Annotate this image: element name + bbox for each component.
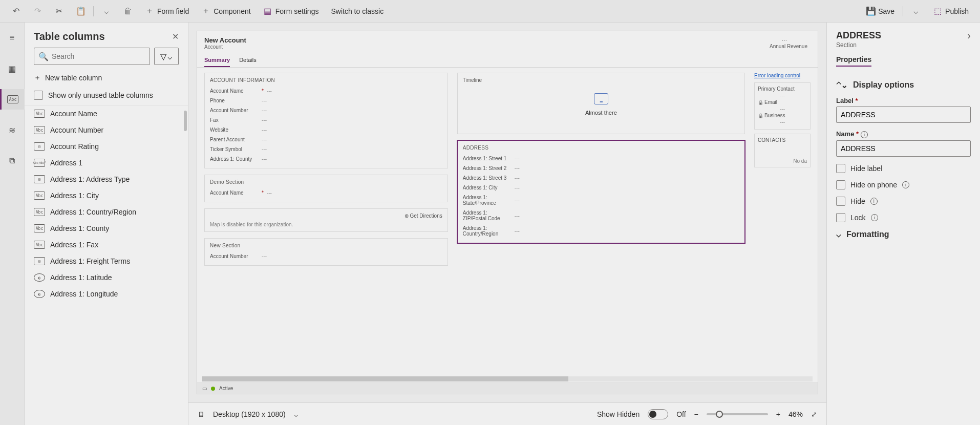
collapse-panel-button[interactable]	[967, 30, 971, 41]
cut-button[interactable]: ✂	[48, 0, 70, 23]
undo-button[interactable]: ↶	[5, 0, 27, 23]
list-item[interactable]: AbcAddress 1: Country/Region	[25, 204, 188, 220]
name-input[interactable]	[836, 140, 971, 157]
section-account-information[interactable]: ACCOUNT INFORMATION Account Name*--- Pho…	[204, 73, 448, 168]
formatting-header[interactable]: ⌵ Formatting	[836, 229, 971, 239]
list-item[interactable]: AbcAccount Name	[25, 105, 188, 122]
rail-columns[interactable]: Abc	[0, 89, 25, 110]
checkbox-icon[interactable]	[836, 197, 845, 206]
zoom-out-button[interactable]: −	[694, 410, 698, 418]
form-field[interactable]: Account Name*---	[210, 86, 442, 96]
rail-components[interactable]: ▦	[0, 58, 25, 79]
list-item[interactable]: Abc/defAddress 1	[25, 155, 188, 171]
new-table-column-button[interactable]: ＋ New table column	[25, 70, 188, 86]
section-map[interactable]: ⊕ Get Directions Map is disabled for thi…	[204, 208, 448, 232]
timeline-icon	[594, 93, 608, 104]
form-settings-button[interactable]: ▤Form settings	[257, 0, 325, 23]
primary-contact-card[interactable]: Primary Contact --- Email --- Business -…	[754, 82, 811, 130]
label-input[interactable]	[836, 107, 971, 123]
info-icon[interactable]: i	[902, 181, 909, 188]
checkbox-icon[interactable]	[836, 213, 845, 222]
list-item[interactable]: AbcAddress 1: Fax	[25, 237, 188, 253]
form-field[interactable]: Ticker Symbol---	[210, 144, 442, 154]
canvas-hscroll[interactable]	[202, 376, 813, 381]
close-panel-button[interactable]: ✕	[172, 32, 179, 41]
info-icon[interactable]: i	[861, 131, 868, 138]
section-new[interactable]: New Section Account Number---	[204, 238, 448, 266]
checkbox-icon[interactable]	[836, 180, 845, 189]
form-field[interactable]: Address 1: City---	[463, 183, 739, 193]
list-item[interactable]: ⊟Address 1: Address Type	[25, 171, 188, 187]
hide-checkbox[interactable]: Hidei	[836, 197, 971, 206]
header-ellipsis[interactable]: ···	[782, 36, 787, 44]
section-timeline[interactable]: Timeline Almost there	[457, 73, 745, 134]
list-item[interactable]: ◐Address 1: Latitude	[25, 269, 188, 286]
info-icon[interactable]: i	[870, 198, 878, 205]
paste-dropdown[interactable]	[96, 0, 117, 23]
rail-tree[interactable]: ⧉	[0, 151, 25, 171]
section-address[interactable]: ADDRESS Address 1: Street 1--- Address 1…	[457, 140, 745, 243]
zoom-value: 46%	[789, 410, 803, 418]
section-demo[interactable]: Demo Section Account Name*---	[204, 175, 448, 202]
list-item[interactable]: ⊟Address 1: Freight Terms	[25, 253, 188, 269]
form-field[interactable]: Address 1: Street 2---	[463, 163, 739, 173]
redo-button[interactable]: ↷	[27, 0, 48, 23]
viewport-selector[interactable]: Desktop (1920 x 1080)	[213, 410, 286, 418]
save-button[interactable]: 💾Save	[860, 0, 901, 23]
hide-on-phone-checkbox[interactable]: Hide on phonei	[836, 180, 971, 189]
zoom-slider[interactable]	[707, 413, 768, 415]
zoom-in-button[interactable]: +	[776, 410, 780, 418]
form-surface[interactable]: New Account Account ··· Annual Revenue S…	[197, 31, 818, 394]
component-button[interactable]: ＋Component	[195, 0, 257, 23]
form-field[interactable]: Address 1: Country/Region---	[463, 223, 739, 239]
rail-hamburger[interactable]: ≡	[0, 28, 25, 48]
form-field[interactable]: Account Number---	[210, 251, 442, 261]
form-field[interactable]: Phone---	[210, 96, 442, 105]
form-field[interactable]: Address 1: Street 3---	[463, 173, 739, 183]
delete-button[interactable]: 🗑	[117, 0, 139, 23]
list-item[interactable]: AbcAddress 1: City	[25, 187, 188, 204]
contacts-card[interactable]: CONTACTS No da	[754, 134, 811, 167]
save-dropdown[interactable]	[905, 0, 927, 23]
chevron-down-icon[interactable]	[294, 410, 298, 418]
error-loading-link[interactable]: Error loading control	[754, 73, 811, 78]
item-label: Account Number	[50, 126, 103, 134]
form-field[interactable]: Website---	[210, 125, 442, 135]
lock-checkbox[interactable]: Locki	[836, 213, 971, 222]
switch-classic-button[interactable]: Switch to classic	[325, 0, 390, 23]
checkbox-icon[interactable]	[34, 91, 43, 100]
properties-tab[interactable]: Properties	[836, 55, 871, 67]
filter-button[interactable]: ▽	[154, 48, 179, 65]
tab-details[interactable]: Details	[239, 55, 257, 67]
list-item[interactable]: AbcAccount Number	[25, 122, 188, 138]
scrollbar-thumb[interactable]	[184, 111, 187, 131]
rail-layers[interactable]: ≋	[0, 120, 25, 140]
list-item[interactable]: AbcAddress 1: County	[25, 220, 188, 237]
form-field[interactable]: Fax---	[210, 115, 442, 125]
fit-screen-button[interactable]: ⤢	[811, 410, 817, 418]
new-table-column-label: New table column	[45, 74, 102, 82]
publish-button[interactable]: ⬚Publish	[927, 0, 975, 23]
show-hidden-toggle[interactable]	[648, 409, 668, 419]
form-field-button[interactable]: ＋Form field	[139, 0, 195, 23]
form-field[interactable]: Parent Account---	[210, 135, 442, 144]
search-input[interactable]	[52, 52, 145, 60]
search-icon: 🔍	[38, 52, 49, 61]
form-field[interactable]: Address 1: Street 1---	[463, 154, 739, 163]
list-item[interactable]: ◐Address 1: Longitude	[25, 286, 188, 302]
info-icon[interactable]: i	[871, 214, 878, 221]
get-directions-link[interactable]: Get Directions	[410, 213, 442, 219]
show-unused-checkbox-row[interactable]: Show only unused table columns	[25, 86, 188, 105]
display-options-header[interactable]: ⌃ Display options	[836, 80, 971, 90]
form-field[interactable]: Account Name*---	[210, 188, 442, 198]
form-field[interactable]: Account Number---	[210, 105, 442, 115]
form-field[interactable]: Address 1: County---	[210, 154, 442, 164]
form-field[interactable]: Address 1: State/Province---	[463, 193, 739, 208]
checkbox-icon[interactable]	[836, 164, 845, 173]
hide-label-checkbox[interactable]: Hide label	[836, 164, 971, 173]
search-input-wrap[interactable]: 🔍	[34, 48, 150, 65]
tab-summary[interactable]: Summary	[204, 55, 230, 67]
list-item[interactable]: ⊟Account Rating	[25, 138, 188, 155]
paste-button[interactable]: 📋	[70, 0, 91, 23]
form-field[interactable]: Address 1: ZIP/Postal Code---	[463, 208, 739, 223]
